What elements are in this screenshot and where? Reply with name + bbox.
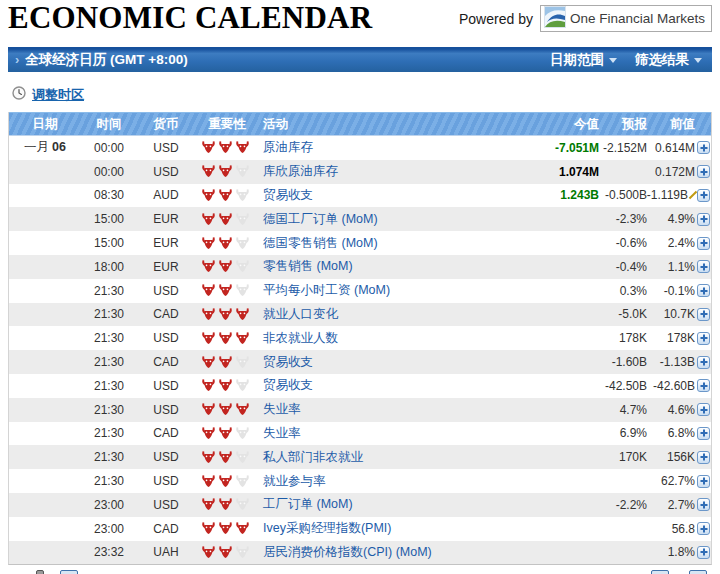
importance-bulls: [195, 141, 259, 154]
table-row: 21:30 CAD 就业人口变化 -5.0K 10.7K: [9, 303, 711, 327]
event-link[interactable]: 失业率: [263, 426, 301, 440]
forecast-value: -2.2%: [599, 498, 647, 512]
bull-icon-red: [235, 403, 250, 416]
importance-bulls: [195, 332, 259, 345]
expand-icon[interactable]: [697, 284, 710, 297]
expand-icon[interactable]: [697, 356, 710, 369]
expand-icon[interactable]: [697, 308, 710, 321]
event-activity-cell: 贸易收支: [259, 187, 515, 204]
bull-icon-red: [218, 189, 233, 202]
expand-icon[interactable]: [697, 475, 710, 488]
event-link[interactable]: 失业率: [263, 402, 301, 416]
event-link[interactable]: 平均每小时工资 (MoM): [263, 283, 390, 297]
importance-bulls: [195, 260, 259, 273]
footer-icon[interactable]: [651, 570, 669, 574]
table-row: 23:32 UAH 居民消费价格指数(CPI) (MoM) 1.8%: [9, 541, 711, 565]
event-link[interactable]: 工厂订单 (MoM): [263, 497, 353, 511]
expand-icon[interactable]: [697, 379, 710, 392]
event-link[interactable]: 贸易收支: [263, 378, 313, 392]
event-currency: CAD: [137, 426, 195, 440]
bull-icon-gray: [235, 427, 250, 440]
expand-icon[interactable]: [697, 213, 710, 226]
bull-icon-red: [218, 308, 233, 321]
bull-icon-red: [201, 498, 216, 511]
event-currency: EUR: [137, 260, 195, 274]
importance-bulls: [195, 356, 259, 369]
event-link[interactable]: 非农就业人数: [263, 331, 338, 345]
expand-icon[interactable]: [697, 332, 710, 345]
previous-value: 4.9%: [647, 212, 695, 226]
expand-icon[interactable]: [697, 165, 710, 178]
column-header-importance: 重要性: [195, 116, 259, 133]
previous-value: 1.8%: [647, 545, 695, 559]
filter-results-menu-label: 筛选结果: [635, 51, 689, 69]
table-row: 21:30 CAD 贸易收支 -1.60B -1.13B: [9, 350, 711, 374]
event-link[interactable]: Ivey采购经理指数(PMI): [263, 521, 391, 535]
expand-icon[interactable]: [697, 522, 710, 535]
bull-icon-red: [218, 260, 233, 273]
event-link[interactable]: 零售销售 (MoM): [263, 259, 353, 273]
event-currency: CAD: [137, 307, 195, 321]
powered-by-block: Powered by One Financial Markets: [459, 5, 712, 32]
bull-icon-gray: [235, 546, 250, 559]
event-link[interactable]: 原油库存: [263, 140, 313, 154]
brand-logo[interactable]: One Financial Markets: [540, 5, 712, 32]
event-link[interactable]: 德国工厂订单 (MoM): [263, 212, 378, 226]
expand-icon[interactable]: [697, 237, 710, 250]
event-link[interactable]: 居民消费价格指数(CPI) (MoM): [263, 545, 432, 559]
event-date: [9, 188, 81, 202]
previous-value: 178K: [647, 331, 695, 345]
expand-icon[interactable]: [697, 546, 710, 559]
event-currency: USD: [137, 141, 195, 155]
event-link[interactable]: 贸易收支: [263, 188, 313, 202]
event-link[interactable]: 就业人口变化: [263, 307, 338, 321]
importance-bulls: [195, 427, 259, 440]
filter-results-menu[interactable]: 筛选结果: [635, 51, 702, 69]
forecast-value: -1.60B: [599, 355, 647, 369]
bull-icon-red: [218, 332, 233, 345]
event-link[interactable]: 德国零售销售 (MoM): [263, 236, 378, 250]
bull-icon-red: [218, 427, 233, 440]
event-date: [9, 355, 81, 369]
expand-icon[interactable]: [697, 260, 710, 273]
event-currency: USD: [137, 474, 195, 488]
adjust-timezone-link[interactable]: 调整时区: [32, 86, 84, 104]
event-link[interactable]: 贸易收支: [263, 355, 313, 369]
event-link[interactable]: 库欣原油库存: [263, 164, 338, 178]
bull-icon-red: [201, 213, 216, 226]
expand-icon[interactable]: [697, 427, 710, 440]
bull-icon-red: [201, 165, 216, 178]
bull-icon-red: [201, 237, 216, 250]
event-time: 15:00: [81, 212, 137, 226]
bull-icon-gray: [235, 379, 250, 392]
bull-icon-red: [201, 189, 216, 202]
event-currency: UAH: [137, 545, 195, 559]
event-date: [9, 331, 81, 345]
event-activity-cell: 失业率: [259, 401, 515, 418]
event-date: [9, 498, 81, 512]
footer-icon[interactable]: [36, 570, 44, 574]
column-header-time: 时间: [81, 116, 137, 133]
bull-icon-gray: [235, 451, 250, 464]
bull-icon-gray: [235, 165, 250, 178]
bull-icon-gray: [235, 189, 250, 202]
table-row: 15:00 EUR 德国零售销售 (MoM) -0.6% 2.4%: [9, 231, 711, 255]
expand-icon[interactable]: [697, 498, 710, 511]
actual-value: -7.051M: [515, 141, 599, 155]
table-row: 21:30 CAD 失业率 6.9% 6.8%: [9, 422, 711, 446]
expand-icon[interactable]: [697, 189, 710, 202]
importance-bulls: [195, 189, 259, 202]
importance-bulls: [195, 475, 259, 488]
expand-icon[interactable]: [697, 403, 710, 416]
expand-icon[interactable]: [697, 451, 710, 464]
event-time: 21:30: [81, 355, 137, 369]
event-link[interactable]: 就业参与率: [263, 474, 326, 488]
event-time: 23:00: [81, 522, 137, 536]
event-time: 21:30: [81, 331, 137, 345]
expand-icon[interactable]: [697, 141, 710, 154]
importance-bulls: [195, 308, 259, 321]
footer-calendar-icon[interactable]: [60, 570, 78, 574]
event-link[interactable]: 私人部门非农就业: [263, 450, 363, 464]
footer-icon[interactable]: [689, 570, 707, 574]
date-range-menu[interactable]: 日期范围: [550, 51, 617, 69]
